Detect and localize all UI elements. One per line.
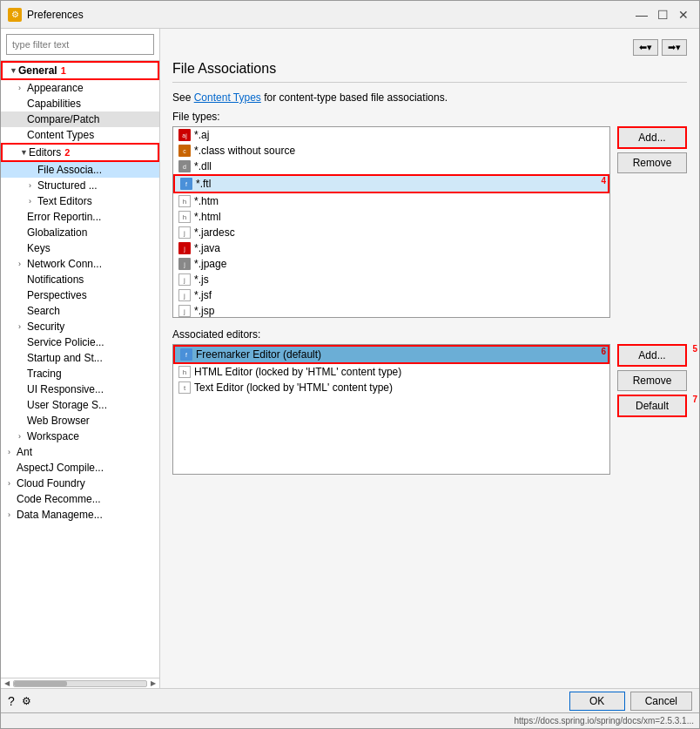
cancel-button[interactable]: Cancel <box>630 692 692 711</box>
app-icon: ⚙ <box>8 8 22 22</box>
scroll-left-arrow[interactable]: ◀ <box>4 679 10 687</box>
sidebar-item-keys[interactable]: Keys <box>1 240 159 256</box>
close-button[interactable]: ✕ <box>675 6 692 24</box>
sidebar-item-ui-responsive[interactable]: UI Responsive... <box>1 381 159 397</box>
sidebar-item-web-browser[interactable]: Web Browser <box>1 413 159 429</box>
sidebar-item-label: Data Manageme... <box>17 509 103 521</box>
list-item[interactable]: h HTML Editor (locked by 'HTML' content … <box>173 364 609 380</box>
file-icon: j <box>178 289 191 301</box>
list-item-label: *.js <box>194 273 209 286</box>
sidebar-item-globalization[interactable]: Globalization <box>1 225 159 240</box>
list-item-label: Freemarker Editor (default) <box>196 348 321 361</box>
list-item[interactable]: j *.jsp <box>173 303 609 318</box>
file-icon: h <box>178 211 191 223</box>
sidebar-item-label: AspectJ Compile... <box>17 462 104 474</box>
list-item-label: *.jsp <box>194 305 214 317</box>
list-item[interactable]: j *.js <box>173 272 609 287</box>
sidebar-item-aspectj[interactable]: AspectJ Compile... <box>1 460 159 476</box>
list-item[interactable]: d *.dll <box>173 159 609 174</box>
list-item-ftl[interactable]: f *.ftl 4 <box>173 174 609 193</box>
sidebar-item-workspace[interactable]: › Workspace <box>1 429 159 444</box>
list-item[interactable]: aj *.aj <box>173 127 609 143</box>
sidebar-item-error-reporting[interactable]: Error Reportin... <box>1 209 159 225</box>
sidebar-item-user-storage[interactable]: User Storage S... <box>1 397 159 413</box>
file-icon: j <box>178 258 191 270</box>
sidebar-item-service-policies[interactable]: Service Policie... <box>1 334 159 350</box>
list-item[interactable]: t Text Editor (locked by 'HTML' content … <box>173 380 609 395</box>
sidebar-item-editors[interactable]: ▼ Editors 2 <box>1 143 159 162</box>
list-item[interactable]: j *.jpage <box>173 256 609 272</box>
sidebar-item-structured[interactable]: › Structured ... <box>1 178 159 193</box>
sidebar-item-label: Cloud Foundry <box>17 477 85 489</box>
sidebar-item-appearance[interactable]: › Appearance <box>1 80 159 96</box>
sidebar-item-general[interactable]: ▼ General 1 <box>1 61 159 80</box>
expand-arrow: ▼ <box>10 66 18 75</box>
remove-editor-button[interactable]: Remove <box>617 370 687 391</box>
list-item-label: Text Editor (locked by 'HTML' content ty… <box>194 381 393 394</box>
back-button[interactable]: ⬅▾ <box>633 39 658 56</box>
sidebar-scrollbar[interactable]: ◀ ▶ <box>1 678 159 688</box>
sidebar-item-startup[interactable]: Startup and St... <box>1 350 159 366</box>
list-item-freemarker[interactable]: f Freemarker Editor (default) 6 <box>173 345 609 364</box>
content-types-link[interactable]: Content Types <box>194 91 261 104</box>
file-icon: j <box>178 242 191 254</box>
add-file-type-button[interactable]: Add... <box>617 126 687 149</box>
window-title: Preferences <box>27 9 633 21</box>
ok-button[interactable]: OK <box>569 692 625 711</box>
sidebar-item-perspectives[interactable]: Perspectives <box>1 287 159 303</box>
expand-arrow: › <box>29 197 37 206</box>
file-icon: f <box>180 348 192 361</box>
forward-button[interactable]: ➡▾ <box>662 39 687 56</box>
maximize-button[interactable]: ☐ <box>654 6 671 24</box>
sidebar-item-capabilities[interactable]: Capabilities <box>1 96 159 111</box>
list-item[interactable]: j *.jsf <box>173 287 609 303</box>
sidebar-item-notifications[interactable]: Notifications <box>1 272 159 287</box>
sidebar-item-cloud-foundry[interactable]: › Cloud Foundry <box>1 476 159 491</box>
btn-label: Default <box>636 400 669 412</box>
list-item[interactable]: h *.html <box>173 209 609 225</box>
help-button[interactable]: ? <box>8 694 15 708</box>
scrollbar-thumb <box>14 681 67 686</box>
sidebar-item-label: Compare/Patch <box>27 113 99 125</box>
sidebar-item-data-mgmt[interactable]: › Data Manageme... <box>1 507 159 523</box>
btn-label: Remove <box>633 375 672 387</box>
badge-freemarker: 6 <box>601 347 606 356</box>
sidebar-item-label: Globalization <box>27 226 87 239</box>
sidebar-item-file-assoc[interactable]: File Associa... <box>1 162 159 178</box>
sidebar-item-security[interactable]: › Security <box>1 319 159 334</box>
list-item-label: *.ftl <box>196 178 211 190</box>
list-item[interactable]: c *.class without source <box>173 143 609 159</box>
file-types-buttons: Add... Remove <box>617 126 687 318</box>
sidebar-item-text-editors[interactable]: › Text Editors <box>1 193 159 209</box>
sidebar-item-tracing[interactable]: Tracing <box>1 366 159 381</box>
expand-arrow: › <box>8 510 17 519</box>
file-types-section: aj *.aj c *.class without source d *.dll… <box>172 126 687 318</box>
list-item[interactable]: j *.jardesc <box>173 225 609 240</box>
list-item[interactable]: j *.java <box>173 240 609 256</box>
status-url: https://docs.spring.io/spring/docs/xm=2.… <box>515 716 695 726</box>
minimize-button[interactable]: — <box>633 6 650 24</box>
file-icon: c <box>178 145 191 157</box>
scrollbar-track <box>13 680 147 687</box>
sidebar-item-label: Service Policie... <box>27 336 104 348</box>
remove-file-type-button[interactable]: Remove <box>617 152 687 173</box>
tree-container: ▼ General 1 › Appearance Capabilities Co… <box>1 61 159 678</box>
sidebar-item-network[interactable]: › Network Conn... <box>1 256 159 272</box>
sidebar-item-ant[interactable]: › Ant <box>1 444 159 460</box>
file-icon: j <box>178 226 191 239</box>
search-box <box>1 29 159 61</box>
preferences-button[interactable]: ⚙ <box>22 695 31 707</box>
default-editor-button[interactable]: Default 7 <box>617 395 687 417</box>
sidebar-item-compare-patch[interactable]: Compare/Patch <box>1 111 159 127</box>
scroll-right-arrow[interactable]: ▶ <box>151 679 156 687</box>
sidebar-item-code-recomm[interactable]: Code Recomme... <box>1 491 159 507</box>
expand-arrow: › <box>18 432 27 441</box>
sidebar-item-label: Startup and St... <box>27 352 103 364</box>
bottom-right-controls: OK Cancel <box>569 692 692 711</box>
sidebar-item-label: Keys <box>27 242 50 254</box>
search-input[interactable] <box>6 34 154 55</box>
sidebar-item-search[interactable]: Search <box>1 303 159 319</box>
list-item[interactable]: h *.htm <box>173 193 609 209</box>
sidebar-item-content-types[interactable]: Content Types <box>1 127 159 143</box>
add-editor-button[interactable]: Add... 5 <box>617 344 687 367</box>
